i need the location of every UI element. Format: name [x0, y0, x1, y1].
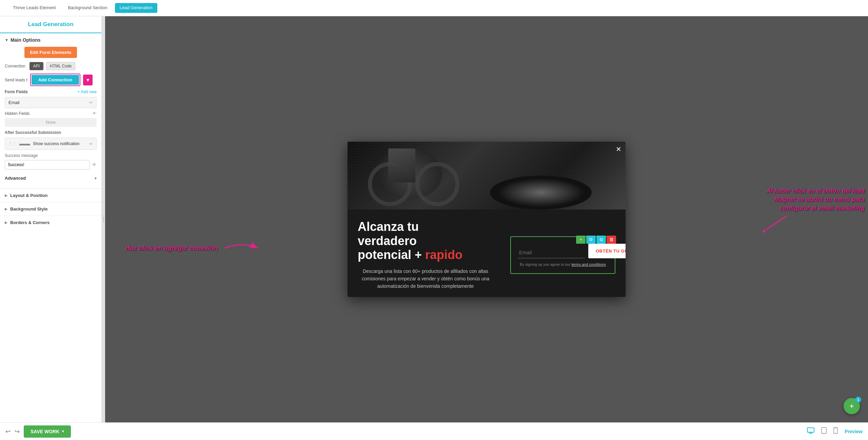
send-leads-label: Send leads t: [5, 78, 27, 82]
form-toolbar-settings[interactable]: ⚙: [586, 236, 596, 244]
popup-email-input[interactable]: [518, 247, 585, 258]
fab-badge: 1: [855, 397, 861, 403]
headline-line2: verdadero: [358, 234, 417, 248]
popup-input-row: OBTÉN TU GUÍA: [518, 244, 608, 258]
borders-corners-section[interactable]: ▶ Borders & Corners: [0, 216, 101, 229]
advanced-row[interactable]: Advanced ▾: [5, 172, 97, 184]
connection-html-tab[interactable]: HTML Code: [46, 62, 75, 70]
add-connection-wrapper: Add Connection: [30, 74, 80, 86]
save-work-button[interactable]: SAVE WORK ▾: [24, 425, 71, 438]
headline-accent: rapido: [425, 248, 462, 262]
device-icons: Preview: [807, 427, 863, 436]
advanced-label: Advanced: [5, 176, 26, 181]
sidebar-resize-handle[interactable]: [102, 16, 105, 422]
popup-description: Descarga una lista con 60+ productos de …: [358, 267, 493, 290]
email-edit-icon[interactable]: ✏: [89, 100, 93, 105]
preview-button[interactable]: Preview: [845, 429, 863, 434]
success-eye-icon[interactable]: 👁: [92, 162, 97, 167]
hidden-fields-label: Hidden Fields: [5, 111, 29, 116]
tablet-view-button[interactable]: [821, 427, 827, 436]
email-field-label: Email: [8, 100, 20, 105]
drag-handle-icon[interactable]: ⋮⋮: [8, 141, 17, 146]
tab-thrive-leads[interactable]: Thrive Leads Element: [7, 1, 62, 15]
after-submission-label: After Successful Submission: [5, 130, 97, 135]
redo-button[interactable]: ↪: [15, 428, 20, 435]
add-connection-button[interactable]: Add Connection: [32, 75, 79, 85]
borders-corners-header: ▶ Borders & Corners: [5, 220, 97, 225]
tab-background-section[interactable]: Background Section: [62, 1, 113, 15]
fab-plus-icon: +: [849, 401, 854, 411]
main-options-arrow: ▼: [5, 38, 8, 42]
annotation-right-text: Al hacer click en el botón del lead Magn…: [763, 187, 865, 213]
send-leads-row: Send leads t Add Connection ▼: [5, 74, 97, 86]
popup-card: ✕ Alcanza tu verdadero po: [348, 142, 626, 297]
headline-line1: Alcanza tu: [358, 220, 419, 234]
popup-submit-button[interactable]: OBTÉN TU GUÍA: [588, 244, 626, 258]
bg-triangle-icon: ▶: [5, 207, 7, 211]
background-style-label: Background Style: [10, 206, 48, 212]
desktop-icon: [807, 427, 814, 434]
annotation-left-text: Haz click en agregar conexión: [125, 244, 218, 252]
main-options-section: ▼ Main Options Edit Form Elements Connec…: [0, 33, 101, 188]
form-toolbar-copy[interactable]: ⧉: [596, 236, 606, 244]
hidden-eye-icon[interactable]: 👁: [92, 111, 97, 116]
form-fields-header: Form Fields + Add new: [5, 89, 97, 94]
save-work-label: SAVE WORK: [31, 429, 59, 434]
mobile-view-button[interactable]: [833, 427, 838, 436]
mobile-icon: [833, 427, 838, 434]
show-success-edit-icon[interactable]: ✏: [89, 141, 93, 146]
main-options-label: Main Options: [11, 37, 41, 43]
notification-icon: ▬▬: [19, 141, 30, 147]
layout-position-header: ▶ Layout & Position: [5, 193, 97, 198]
resize-dot: [103, 219, 104, 220]
annotation-left-arrow: [221, 240, 262, 257]
main-options-header: ▼ Main Options: [5, 37, 97, 43]
popup-top-image: [348, 142, 626, 209]
success-input-row: 👁: [5, 160, 97, 169]
form-fields-label: Form Fields: [5, 89, 28, 94]
sidebar: Lead Generation ▼ Main Options Edit Form…: [0, 16, 102, 422]
svg-rect-2: [807, 428, 814, 432]
add-new-link[interactable]: + Add new: [78, 89, 97, 94]
sidebar-title: Lead Generation: [28, 21, 73, 27]
popup-headline: Alcanza tu verdadero potencial + rapido: [358, 220, 493, 262]
annotation-right: Al hacer click en el botón del lead Magn…: [763, 187, 865, 234]
form-toolbar-add[interactable]: +: [576, 236, 586, 244]
resize-dots: [103, 217, 104, 222]
edit-form-elements-button[interactable]: Edit Form Elements: [24, 47, 77, 58]
background-style-section[interactable]: ▶ Background Style: [0, 202, 101, 216]
background-style-header: ▶ Background Style: [5, 206, 97, 212]
svg-point-10: [835, 433, 836, 433]
success-msg-label: Success message: [5, 153, 97, 158]
form-toolbar-delete[interactable]: 🗑: [607, 236, 616, 244]
borders-corners-label: Borders & Corners: [10, 220, 50, 225]
canvas: ✕ Alcanza tu verdadero po: [105, 16, 868, 422]
bottom-bar: ↩ ↪ SAVE WORK ▾: [0, 422, 868, 440]
popup-right: + ⚙ ⧉ 🗑 OBTÉN TU GUÍA By signing up y: [504, 209, 626, 297]
connection-api-tab[interactable]: API: [29, 62, 43, 70]
popup-close-button[interactable]: ✕: [616, 145, 622, 153]
top-nav: Thrive Leads Element Background Section …: [0, 0, 868, 16]
desktop-view-button[interactable]: [807, 427, 814, 435]
layout-triangle-icon: ▶: [5, 194, 7, 197]
layout-position-label: Layout & Position: [10, 193, 48, 198]
tab-lead-generation[interactable]: Lead Generation: [115, 3, 157, 13]
advanced-chevron-icon: ▾: [95, 176, 97, 181]
popup-content: Alcanza tu verdadero potencial + rapido …: [348, 209, 626, 297]
layout-position-section[interactable]: ▶ Layout & Position: [0, 188, 101, 202]
popup-left: Alcanza tu verdadero potencial + rapido …: [348, 209, 504, 297]
success-message-input[interactable]: [5, 160, 90, 169]
connection-label: Connection: [5, 64, 25, 68]
connection-row: Connection API HTML Code: [5, 62, 97, 70]
resize-dot: [103, 221, 104, 222]
save-chevron-icon: ▾: [62, 429, 64, 434]
popup-terms-link[interactable]: terms and conditions: [571, 262, 606, 266]
sidebar-header: Lead Generation: [0, 16, 101, 33]
connection-extra-button[interactable]: ▼: [83, 75, 93, 85]
annotation-left: Haz click en agregar conexión: [125, 240, 262, 257]
undo-button[interactable]: ↩: [5, 428, 11, 435]
fab-add-button[interactable]: + 1: [844, 398, 860, 414]
resize-dot: [103, 217, 104, 218]
tablet-icon: [821, 427, 827, 434]
bike-body-sim: [388, 148, 415, 182]
